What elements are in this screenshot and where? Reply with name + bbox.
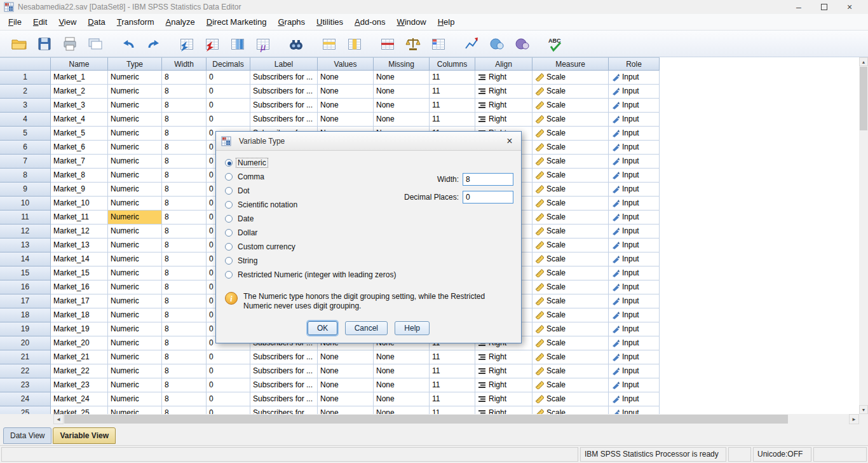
row-number[interactable]: 8 bbox=[0, 169, 51, 183]
cell-width[interactable]: 8 bbox=[162, 266, 207, 280]
variables-icon[interactable] bbox=[228, 34, 247, 53]
cell-decimals[interactable]: 0 bbox=[207, 71, 250, 85]
cell-label[interactable]: Subscribers for ... bbox=[250, 85, 318, 99]
cell-measure[interactable]: Scale bbox=[532, 406, 609, 414]
scroll-up-icon[interactable]: ▲ bbox=[859, 57, 868, 66]
column-header-missing[interactable]: Missing bbox=[374, 57, 430, 71]
cell-measure[interactable]: Scale bbox=[532, 183, 609, 197]
cell-measure[interactable]: Scale bbox=[532, 155, 609, 169]
use-variable-sets-icon[interactable] bbox=[487, 34, 506, 53]
cell-decimals[interactable]: 0 bbox=[207, 85, 250, 99]
cell-measure[interactable]: Scale bbox=[532, 127, 609, 141]
cell-type[interactable]: Numeric bbox=[108, 211, 162, 225]
cell-values[interactable]: None bbox=[318, 392, 374, 406]
cell-role[interactable]: Input bbox=[609, 266, 660, 280]
cell-width[interactable]: 8 bbox=[162, 85, 207, 99]
value-labels-icon[interactable] bbox=[429, 34, 448, 53]
cell-type[interactable]: Numeric bbox=[108, 85, 162, 99]
row-number[interactable]: 4 bbox=[0, 113, 51, 127]
row-number[interactable]: 19 bbox=[0, 322, 51, 336]
cell-type[interactable]: Numeric bbox=[108, 71, 162, 85]
cell-width[interactable]: 8 bbox=[162, 71, 207, 85]
cell-missing[interactable]: None bbox=[374, 406, 430, 414]
cell-columns[interactable]: 11 bbox=[430, 378, 475, 392]
cell-name[interactable]: Market_16 bbox=[51, 280, 108, 294]
cell-decimals[interactable]: 0 bbox=[207, 406, 250, 414]
tab-variable-view[interactable]: Variable View bbox=[53, 427, 116, 444]
cell-width[interactable]: 8 bbox=[162, 308, 207, 322]
cell-measure[interactable]: Scale bbox=[532, 336, 609, 350]
cell-label[interactable]: Subscribers for ... bbox=[250, 392, 318, 406]
cell-decimals[interactable]: 0 bbox=[207, 378, 250, 392]
cell-columns[interactable]: 11 bbox=[430, 85, 475, 99]
menu-transform[interactable]: Transform bbox=[111, 15, 160, 29]
cell-missing[interactable]: None bbox=[374, 71, 430, 85]
cell-missing[interactable]: None bbox=[374, 350, 430, 364]
menu-utilities[interactable]: Utilities bbox=[311, 15, 349, 29]
cell-values[interactable]: None bbox=[318, 364, 374, 378]
cell-decimals[interactable]: 0 bbox=[207, 350, 250, 364]
cell-measure[interactable]: Scale bbox=[532, 392, 609, 406]
cell-width[interactable]: 8 bbox=[162, 169, 207, 183]
cell-role[interactable]: Input bbox=[609, 211, 660, 225]
cell-measure[interactable]: Scale bbox=[532, 113, 609, 127]
column-header-name[interactable]: Name bbox=[51, 57, 108, 71]
cell-label[interactable]: Subscribers for ... bbox=[250, 71, 318, 85]
cell-measure[interactable]: Scale bbox=[532, 308, 609, 322]
cell-align[interactable]: Right bbox=[475, 99, 532, 113]
cell-role[interactable]: Input bbox=[609, 364, 660, 378]
cell-measure[interactable]: Scale bbox=[532, 294, 609, 308]
cell-align[interactable]: Right bbox=[475, 392, 532, 406]
cell-width[interactable]: 8 bbox=[162, 127, 207, 141]
cell-type[interactable]: Numeric bbox=[108, 225, 162, 238]
cell-role[interactable]: Input bbox=[609, 85, 660, 99]
cell-name[interactable]: Market_10 bbox=[51, 197, 108, 211]
column-header-width[interactable]: Width bbox=[162, 57, 207, 71]
cell-role[interactable]: Input bbox=[609, 294, 660, 308]
cell-role[interactable]: Input bbox=[609, 183, 660, 197]
cell-measure[interactable]: Scale bbox=[532, 378, 609, 392]
cell-label[interactable]: Subscribers for ... bbox=[250, 99, 318, 113]
cell-missing[interactable]: None bbox=[374, 378, 430, 392]
cell-measure[interactable]: Scale bbox=[532, 141, 609, 155]
cell-width[interactable]: 8 bbox=[162, 99, 207, 113]
cell-type[interactable]: Numeric bbox=[108, 252, 162, 266]
cell-width[interactable]: 8 bbox=[162, 336, 207, 350]
cell-width[interactable]: 8 bbox=[162, 378, 207, 392]
cell-width[interactable]: 8 bbox=[162, 322, 207, 336]
cell-missing[interactable]: None bbox=[374, 364, 430, 378]
row-number[interactable]: 15 bbox=[0, 266, 51, 280]
cancel-button[interactable]: Cancel bbox=[345, 321, 388, 335]
cell-type[interactable]: Numeric bbox=[108, 99, 162, 113]
weight-cases-icon[interactable] bbox=[403, 34, 423, 53]
cell-width[interactable]: 8 bbox=[162, 113, 207, 127]
cell-measure[interactable]: Scale bbox=[532, 252, 609, 266]
dialog-close-icon[interactable]: × bbox=[503, 135, 516, 147]
menu-view[interactable]: View bbox=[53, 15, 82, 29]
menu-file[interactable]: File bbox=[3, 15, 27, 29]
cell-columns[interactable]: 11 bbox=[430, 406, 475, 414]
cell-measure[interactable]: Scale bbox=[532, 225, 609, 238]
cell-missing[interactable]: None bbox=[374, 99, 430, 113]
cell-role[interactable]: Input bbox=[609, 322, 660, 336]
cell-values[interactable]: None bbox=[318, 378, 374, 392]
cell-columns[interactable]: 11 bbox=[430, 99, 475, 113]
cell-values[interactable]: None bbox=[318, 406, 374, 414]
cell-align[interactable]: Right bbox=[475, 350, 532, 364]
cell-name[interactable]: Market_7 bbox=[51, 155, 108, 169]
cell-type[interactable]: Numeric bbox=[108, 238, 162, 252]
type-option-string[interactable]: String bbox=[225, 254, 397, 268]
row-number[interactable]: 12 bbox=[0, 225, 51, 238]
help-button[interactable]: Help bbox=[395, 321, 430, 335]
cell-align[interactable]: Right bbox=[475, 406, 532, 414]
cell-role[interactable]: Input bbox=[609, 99, 660, 113]
cell-name[interactable]: Market_12 bbox=[51, 225, 108, 238]
tab-data-view[interactable]: Data View bbox=[3, 427, 51, 444]
recall-dialogs-icon[interactable] bbox=[86, 34, 105, 53]
horizontal-scrollbar[interactable]: ◄ ► bbox=[53, 414, 859, 424]
type-option-date[interactable]: Date bbox=[225, 212, 397, 226]
minimize-button[interactable]: – bbox=[793, 1, 804, 13]
radio-icon[interactable] bbox=[225, 229, 233, 237]
insert-cases-icon[interactable] bbox=[320, 34, 339, 53]
cell-name[interactable]: Market_25 bbox=[51, 406, 108, 414]
